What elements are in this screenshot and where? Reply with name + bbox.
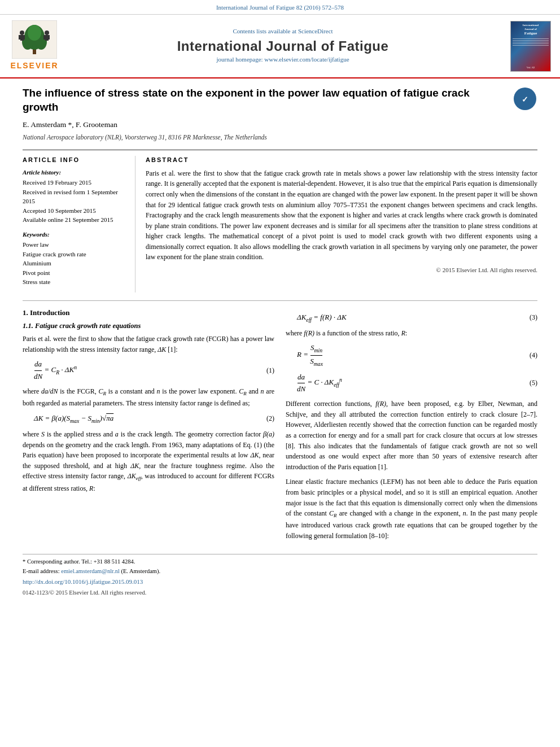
subsection1-heading: 1.1. Fatigue crack growth rate equations xyxy=(23,321,274,331)
body-right-para1: Different correction functions, f(R), ha… xyxy=(286,399,537,472)
section1-heading: 1. Introduction xyxy=(23,308,274,318)
body-eq2-desc: where S is the applied stress and a is t… xyxy=(23,429,274,493)
equation-2: ΔK = β(a)(Smax − Smin)√πa (2) xyxy=(34,413,274,425)
svg-rect-13 xyxy=(47,35,50,40)
equation-4: R = Smin Smax (4) xyxy=(297,343,537,367)
paper-content: The influence of stress state on the exp… xyxy=(0,78,560,605)
abstract-text: Paris et al. were the first to show that… xyxy=(146,168,537,263)
paper-title-area: The influence of stress state on the exp… xyxy=(23,86,537,114)
received-date: Received 19 February 2015 xyxy=(23,178,127,187)
copyright: © 2015 Elsevier Ltd. All rights reserved… xyxy=(146,266,537,274)
eq5-number: (5) xyxy=(520,378,537,388)
section-divider xyxy=(23,300,537,301)
eq2-number: (2) xyxy=(257,414,274,423)
journal-homepage: journal homepage: www.elsevier.com/locat… xyxy=(60,55,506,64)
corresponding-note: * Corresponding author. Tel.: +31 88 511… xyxy=(23,558,537,566)
abstract-section: ABSTRACT Paris et al. were the first to … xyxy=(146,156,537,292)
journal-center-info: Contents lists available at ScienceDirec… xyxy=(60,27,506,65)
paper-footer: * Corresponding author. Tel.: +31 88 511… xyxy=(23,554,537,597)
doi-link[interactable]: http://dx.doi.org/10.1016/j.ijfatigue.20… xyxy=(23,578,537,587)
equation-3: ΔKeff = f(R) · ΔK (3) xyxy=(297,312,537,324)
journal-header: ELSEVIER Contents lists available at Sci… xyxy=(0,15,560,78)
keyword-1: Power law xyxy=(23,240,127,250)
keywords-label: Keywords: xyxy=(23,230,127,239)
svg-rect-8 xyxy=(19,35,21,40)
svg-rect-12 xyxy=(43,35,46,40)
article-info: ARTICLE INFO Article history: Received 1… xyxy=(23,156,135,292)
accepted-date: Accepted 10 September 2015 xyxy=(23,206,127,216)
authors: E. Amsterdam *, F. Grooteman xyxy=(23,120,537,130)
keywords-block: Keywords: Power law Fatigue crack growth… xyxy=(23,230,127,287)
journal-cover-image: InternationalJournal ofFatigue Vol. 82 xyxy=(506,21,551,72)
article-history-block: Article history: Received 19 February 20… xyxy=(23,168,127,225)
elsevier-logo-container: ELSEVIER xyxy=(9,20,60,72)
science-direct-link[interactable]: ScienceDirect xyxy=(298,28,333,34)
article-info-title: ARTICLE INFO xyxy=(23,156,127,164)
body-eq1-desc: where da/dN is the FCGR, CR is a constan… xyxy=(23,386,274,409)
left-column: 1. Introduction 1.1. Fatigue crack growt… xyxy=(23,308,274,546)
right-column: ΔKeff = f(R) · ΔK (3) where f(R) is a fu… xyxy=(286,308,537,546)
author-email[interactable]: emiel.amsterdam@nlr.nl xyxy=(61,568,120,574)
svg-rect-9 xyxy=(23,35,25,40)
article-history-label: Article history: xyxy=(23,168,127,177)
affiliation: National Aerospace laboratory (NLR), Voo… xyxy=(23,133,537,142)
journal-title: International Journal of Fatigue xyxy=(60,37,506,56)
equation-1: da dN = CR · ΔKn (1) xyxy=(34,359,274,381)
svg-point-10 xyxy=(45,30,49,35)
crossmark-badge[interactable]: ✓ xyxy=(513,86,537,111)
body-right-para2: Linear elastic fracture mechanics (LEFM)… xyxy=(286,477,537,541)
abstract-title: ABSTRACT xyxy=(146,156,537,164)
email-footnote: E-mail address: emiel.amsterdam@nlr.nl (… xyxy=(23,567,537,576)
svg-text:✓: ✓ xyxy=(522,95,528,104)
crossmark-icon: ✓ xyxy=(515,89,535,109)
svg-point-5 xyxy=(28,25,41,41)
available-date: Available online 21 September 2015 xyxy=(23,215,127,225)
elsevier-wordmark: ELSEVIER xyxy=(10,60,58,72)
cover-box: InternationalJournal ofFatigue Vol. 82 xyxy=(510,21,551,72)
eq3-number: (3) xyxy=(520,313,537,322)
revised-date: Received in revised form 1 September 201… xyxy=(23,187,127,206)
body-eq3-desc: where f(R) is a function of the stress r… xyxy=(286,328,537,339)
keyword-2: Fatigue crack growth rate xyxy=(23,250,127,259)
body-columns: 1. Introduction 1.1. Fatigue crack growt… xyxy=(23,308,537,546)
eq4-number: (4) xyxy=(520,351,537,360)
body-para1: Paris et al. were the first to show that… xyxy=(23,334,274,355)
paper-title: The influence of stress state on the exp… xyxy=(23,86,507,114)
top-banner: International Journal of Fatigue 82 (201… xyxy=(0,0,560,15)
svg-point-6 xyxy=(20,30,24,35)
elsevier-logo-area: ELSEVIER xyxy=(9,20,60,72)
keyword-3: Aluminium xyxy=(23,259,127,268)
footer-copyright: 0142-1123/© 2015 Elsevier Ltd. All right… xyxy=(23,589,537,597)
elsevier-tree-icon xyxy=(12,20,57,59)
keyword-4: Pivot point xyxy=(23,268,127,278)
equation-5: da dN = C · ΔKeffn (5) xyxy=(297,372,537,394)
eq1-number: (1) xyxy=(257,366,274,375)
info-abstract-section: ARTICLE INFO Article history: Received 1… xyxy=(23,150,537,292)
science-direct-label: Contents lists available at ScienceDirec… xyxy=(60,27,506,36)
banner-text: International Journal of Fatigue 82 (201… xyxy=(216,4,344,11)
keyword-5: Stress state xyxy=(23,277,127,287)
